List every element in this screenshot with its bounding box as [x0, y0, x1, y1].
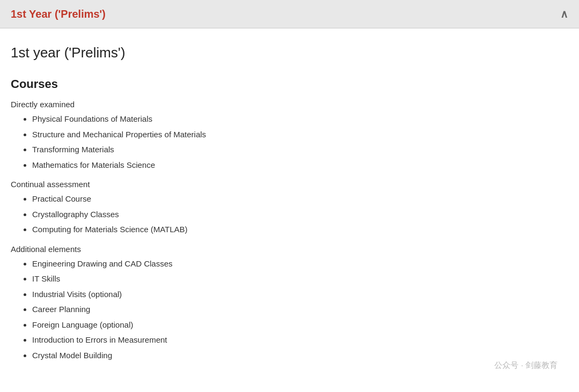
list-item: Crystal Model Building [32, 350, 568, 362]
continual-assessment-list: Practical Course Crystallography Classes… [11, 193, 568, 236]
page-title: 1st year ('Prelims') [11, 45, 568, 61]
header-title: 1st Year ('Prelims') [11, 8, 106, 20]
main-content: 1st year ('Prelims') Courses Directly ex… [0, 28, 579, 386]
list-item: Foreign Language (optional) [32, 319, 568, 331]
watermark: 公众号 · 剑藤教育 [494, 360, 558, 371]
directly-examined-list: Physical Foundations of Materials Struct… [11, 113, 568, 171]
list-item: Industrial Visits (optional) [32, 289, 568, 301]
list-item: Physical Foundations of Materials [32, 113, 568, 125]
additional-elements-list: Engineering Drawing and CAD Classes IT S… [11, 258, 568, 362]
subsection-label-continual-assessment: Continual assessment [11, 180, 568, 189]
list-item: Engineering Drawing and CAD Classes [32, 258, 568, 270]
list-item: Transforming Materials [32, 144, 568, 156]
list-item: Mathematics for Materials Science [32, 159, 568, 172]
list-item: Introduction to Errors in Measurement [32, 334, 568, 346]
subsection-label-additional-elements: Additional elements [11, 245, 568, 254]
list-item: Practical Course [32, 193, 568, 205]
list-item: Computing for Materials Science (MATLAB) [32, 224, 568, 236]
courses-heading: Courses [11, 77, 568, 91]
subsection-label-directly-examined: Directly examined [11, 100, 568, 109]
list-item: Crystallography Classes [32, 209, 568, 221]
list-item: Career Planning [32, 304, 568, 316]
header-bar[interactable]: 1st Year ('Prelims') ∧ [0, 0, 579, 28]
list-item: IT Skills [32, 273, 568, 285]
list-item: Structure and Mechanical Properties of M… [32, 129, 568, 141]
chevron-up-icon[interactable]: ∧ [560, 8, 568, 20]
